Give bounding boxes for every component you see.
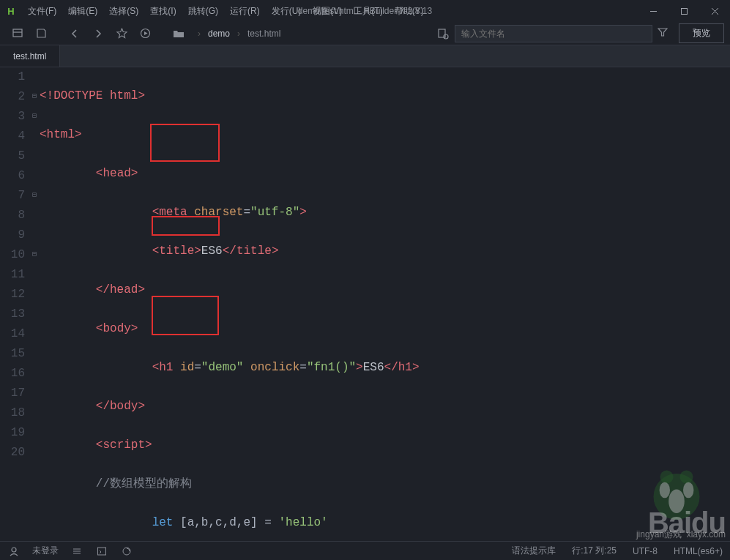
svg-point-18 <box>12 548 16 552</box>
star-icon[interactable] <box>113 25 130 42</box>
fold-gutter[interactable]: ⊟⊟⊟⊟ <box>29 67 40 560</box>
encoding[interactable]: UTF-8 <box>633 546 658 556</box>
svg-rect-1 <box>681 8 687 14</box>
search-input[interactable] <box>455 25 652 42</box>
win-min-button[interactable] <box>638 0 668 22</box>
terminal-icon[interactable] <box>95 545 108 558</box>
line-numbers: 12345 678910 1112131415 1617181920 <box>0 67 29 560</box>
syntax-hint[interactable]: 语法提示库 <box>512 545 556 557</box>
svg-marker-11 <box>658 29 667 36</box>
titlebar: H 文件(F) 编辑(E) 选择(S) 查找(I) 跳转(G) 运行(R) 发行… <box>0 0 730 22</box>
menu-help[interactable]: 帮助(Y) <box>389 0 430 22</box>
win-max-button[interactable] <box>668 0 699 22</box>
menu-view[interactable]: 视图(V) <box>307 0 348 22</box>
menu-publish[interactable]: 发行(U) <box>266 0 308 22</box>
menu-file[interactable]: 文件(F) <box>22 0 62 22</box>
user-icon[interactable] <box>7 545 21 558</box>
svg-rect-4 <box>13 29 22 37</box>
crumb-file[interactable]: test.html <box>247 29 280 39</box>
language-mode[interactable]: HTML(es6+) <box>674 546 723 556</box>
file-tab[interactable]: test.html <box>0 45 60 67</box>
status-bar: 未登录 语法提示库 行:17 列:25 UTF-8 HTML(es6+) <box>0 541 730 560</box>
search-scope-icon[interactable] <box>431 28 455 40</box>
tab-bar: test.html <box>0 45 730 67</box>
cursor-position: 行:17 列:25 <box>572 545 617 557</box>
login-status[interactable]: 未登录 <box>32 545 59 557</box>
svg-rect-22 <box>98 548 106 555</box>
play-icon[interactable] <box>136 25 154 42</box>
save-icon[interactable] <box>32 25 50 42</box>
code-editor[interactable]: 12345 678910 1112131415 1617181920 ⊟⊟⊟⊟ … <box>0 67 730 560</box>
svg-marker-8 <box>144 31 148 35</box>
nav-fwd-icon[interactable] <box>89 25 107 42</box>
toolbar: › demo › test.html 预览 <box>0 22 730 45</box>
app-logo-icon: H <box>0 6 22 17</box>
menu-find[interactable]: 查找(I) <box>144 0 182 22</box>
menu-tools[interactable]: 工具(T) <box>348 0 388 22</box>
menu-goto[interactable]: 跳转(G) <box>182 0 224 22</box>
svg-point-10 <box>444 34 448 39</box>
menu-bar: 文件(F) 编辑(E) 选择(S) 查找(I) 跳转(G) 运行(R) 发行(U… <box>22 0 430 22</box>
preview-button[interactable]: 预览 <box>679 23 724 43</box>
menu-select[interactable]: 选择(S) <box>103 0 144 22</box>
menu-edit[interactable]: 编辑(E) <box>62 0 103 22</box>
sync-icon[interactable] <box>120 545 133 558</box>
filter-icon[interactable] <box>652 27 673 40</box>
explorer-icon[interactable] <box>9 25 26 42</box>
folder-icon <box>170 25 187 42</box>
nav-back-icon[interactable] <box>66 25 83 42</box>
file-search[interactable] <box>431 25 673 42</box>
win-close-button[interactable] <box>699 0 730 22</box>
crumb-root[interactable]: demo <box>208 29 230 39</box>
breadcrumb: › demo › test.html <box>167 25 280 42</box>
code-body[interactable]: <!DOCTYPE html> <html> <head> <meta char… <box>40 67 730 560</box>
list-icon[interactable] <box>70 545 83 558</box>
menu-run[interactable]: 运行(R) <box>224 0 266 22</box>
svg-marker-6 <box>117 29 127 38</box>
